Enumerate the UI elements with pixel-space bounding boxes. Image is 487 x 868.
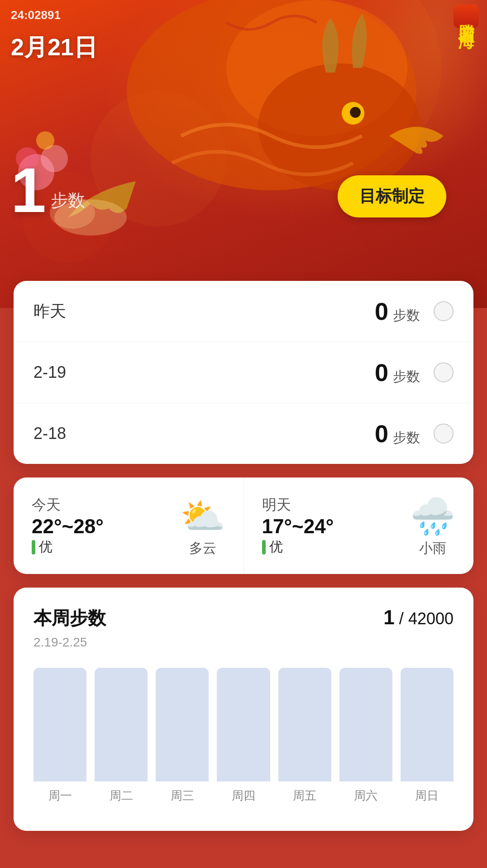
weekly-title: 本周步数: [33, 606, 106, 631]
weather-today-icon: ⛅: [180, 498, 225, 535]
hero-section: 24:02891 腾 四 海 2月21日 1 步数 目标制定: [0, 0, 487, 308]
weather-today-quality-label: 优: [39, 538, 53, 556]
bar-fill-周四: [217, 668, 270, 781]
history-steps-219: 0 步数: [375, 358, 420, 386]
history-unit-0: 步数: [393, 306, 420, 325]
bar-col-周三: 周三: [156, 668, 209, 804]
bar-fill-周三: [156, 668, 209, 781]
weekly-count-display: 1 / 42000: [383, 606, 454, 629]
bar-label-周四: 周四: [232, 788, 255, 804]
bar-col-周四: 周四: [217, 668, 270, 804]
goal-button[interactable]: 目标制定: [338, 175, 446, 217]
history-row-218: 2-18 0 步数: [14, 403, 473, 464]
weekly-separator: /: [399, 609, 404, 628]
history-unit-2: 步数: [393, 429, 420, 447]
weather-today-icon-area: ⛅ 多云: [180, 494, 225, 558]
weather-card: 今天 22°~28° 优 ⛅ 多云 明天 17°~24°: [14, 477, 473, 574]
weather-tomorrow-quality-label: 优: [269, 538, 283, 556]
weather-tomorrow-temp: 17°~24°: [262, 515, 334, 538]
bar-col-周日: 周日: [401, 668, 454, 804]
bar-chart: 周一周二周三周四周五周六周日: [33, 668, 454, 804]
bar-label-周日: 周日: [415, 788, 439, 804]
cards-area: 昨天 0 步数 2-19 0 步数 2-18 0 步数: [0, 281, 487, 849]
weather-tomorrow-desc: 小雨: [419, 539, 446, 558]
weather-tomorrow-icon-area: 🌧️ 小雨: [410, 494, 455, 558]
history-date-218: 2-18: [33, 424, 375, 443]
step-count-display: 1 步数: [11, 159, 85, 222]
radio-1[interactable]: [434, 362, 454, 382]
bar-fill-周一: [33, 668, 86, 781]
weekly-range: 2.19-2.25: [33, 635, 454, 650]
bar-label-周六: 周六: [354, 788, 377, 804]
history-date-219: 2-19: [33, 363, 375, 382]
radio-2[interactable]: [434, 424, 454, 444]
bar-fill-周日: [401, 668, 454, 781]
svg-point-8: [36, 131, 54, 149]
step-unit: 步数: [51, 189, 85, 222]
bar-fill-周二: [95, 668, 148, 781]
weather-today-temp: 22°~28°: [32, 515, 104, 538]
weekly-header: 本周步数 1 / 42000: [33, 606, 454, 631]
weather-today-label: 今天: [32, 495, 104, 515]
bar-label-周五: 周五: [293, 788, 316, 804]
history-num-0: 0: [375, 297, 388, 325]
weekly-current: 1: [383, 606, 394, 628]
quality-bar-today: [32, 540, 35, 555]
history-date-yesterday: 昨天: [33, 300, 375, 323]
quality-bar-tomorrow: [262, 540, 266, 555]
weather-tomorrow-icon: 🌧️: [410, 498, 455, 535]
banner-text2: 四: [458, 15, 474, 17]
bar-col-周五: 周五: [278, 668, 331, 804]
steps-history-card: 昨天 0 步数 2-19 0 步数 2-18 0 步数: [14, 281, 473, 464]
weather-tomorrow: 明天 17°~24° 优 🌧️ 小雨: [244, 477, 474, 574]
history-row-219: 2-19 0 步数: [14, 342, 473, 403]
bar-label-周三: 周三: [171, 788, 194, 804]
history-row-yesterday: 昨天 0 步数: [14, 281, 473, 342]
bar-label-周二: 周二: [110, 788, 133, 804]
weekly-steps-card: 本周步数 1 / 42000 2.19-2.25 周一周二周三周四周五周六周日: [14, 588, 473, 831]
bar-label-周一: 周一: [48, 788, 72, 804]
weather-today: 今天 22°~28° 优 ⛅ 多云: [14, 477, 244, 574]
bar-fill-周六: [339, 668, 392, 781]
status-time: 24:02891: [11, 8, 61, 22]
history-num-2: 0: [375, 420, 388, 448]
weather-today-quality: 优: [32, 538, 104, 556]
step-number: 1: [11, 159, 46, 222]
banner-text: 腾: [458, 11, 474, 13]
weather-tomorrow-quality: 优: [262, 538, 334, 556]
bar-col-周一: 周一: [33, 668, 86, 804]
weekly-total: 42000: [408, 609, 454, 628]
bar-col-周二: 周二: [95, 668, 148, 804]
status-bar: 24:02891: [11, 8, 61, 22]
weather-tomorrow-label: 明天: [262, 495, 334, 515]
history-steps-218: 0 步数: [375, 420, 420, 448]
date-label: 2月21日: [11, 32, 97, 63]
history-num-1: 0: [375, 358, 388, 386]
bar-fill-周五: [278, 668, 331, 781]
bar-col-周六: 周六: [339, 668, 392, 804]
radio-0[interactable]: [434, 301, 454, 321]
right-banner: 腾 四 海: [454, 5, 479, 28]
weather-today-desc: 多云: [189, 539, 216, 558]
history-unit-1: 步数: [393, 367, 420, 386]
banner-text3: 海: [458, 20, 474, 22]
history-steps-yesterday: 0 步数: [375, 297, 420, 325]
